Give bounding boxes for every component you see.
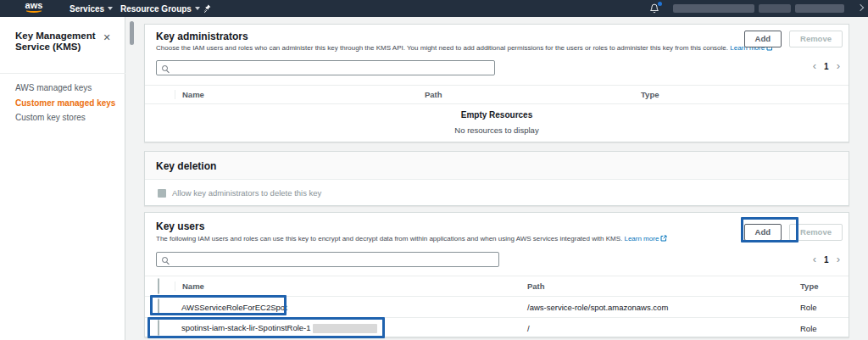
- allow-deletion-label: Allow key administrators to delete this …: [172, 188, 321, 198]
- search-input[interactable]: [156, 60, 495, 75]
- allow-deletion-checkbox[interactable]: [158, 189, 166, 198]
- key-administrators-table: Name Path Type: [145, 85, 849, 104]
- section-header-band: [145, 152, 849, 180]
- sidebar-item-custom-key-stores[interactable]: Custom key stores: [15, 113, 120, 122]
- row-checkbox-cell: [145, 299, 181, 315]
- close-icon[interactable]: ✕: [100, 31, 114, 44]
- description-text: The following IAM users and roles can us…: [156, 235, 622, 242]
- pin-icon[interactable]: [203, 0, 211, 17]
- key-users-table: Name Path Type AWSServiceRoleForEC2Spot …: [145, 276, 849, 339]
- redacted-name-suffix: [313, 324, 377, 333]
- search-icon: [162, 65, 168, 71]
- sidebar-title: Key Management Service (KMS): [15, 31, 100, 53]
- page-previous-icon[interactable]: ‹: [813, 254, 816, 265]
- kms-sidebar: Key Management Service (KMS) ✕ AWS manag…: [0, 17, 125, 340]
- account-info-redacted[interactable]: [673, 4, 844, 13]
- section-description: Choose the IAM users and roles who can a…: [156, 44, 817, 53]
- chevron-down-icon: [195, 7, 200, 10]
- key-deletion-section: Key deletion Allow key administrators to…: [144, 151, 849, 206]
- section-description: The following IAM users and roles can us…: [156, 235, 817, 243]
- column-header-type: Type: [641, 90, 849, 99]
- resource-groups-menu-label: Resource Groups: [120, 4, 192, 14]
- aws-logo-text: aws: [25, 0, 43, 10]
- aws-logo[interactable]: aws: [24, 1, 44, 13]
- table-header-row: Name Path Type: [145, 85, 849, 104]
- page-number[interactable]: 1: [824, 255, 829, 265]
- vertical-scrollbar-thumb[interactable]: [130, 21, 134, 45]
- resource-groups-menu[interactable]: Resource Groups: [120, 0, 200, 17]
- key-users-section: Key users The following IAM users and ro…: [144, 212, 849, 337]
- section-title: Key users: [156, 220, 204, 232]
- page-next-icon[interactable]: ›: [837, 61, 840, 71]
- cell-path: /: [527, 324, 800, 333]
- add-button[interactable]: Add: [744, 31, 782, 47]
- cell-name: spotinst-iam-stack-lir-SpotinstRole-1: [181, 323, 527, 333]
- notification-badge: [658, 2, 662, 6]
- page-previous-icon[interactable]: ‹: [813, 61, 816, 71]
- remove-button[interactable]: Remove: [789, 31, 843, 47]
- select-all-checkbox[interactable]: [158, 278, 159, 294]
- chevron-down-icon: [108, 7, 113, 10]
- section-title: Key administrators: [156, 31, 248, 42]
- redacted-block: [759, 4, 791, 13]
- row-checkbox[interactable]: [158, 298, 159, 315]
- learn-more-link[interactable]: Learn more: [624, 235, 659, 242]
- description-text: Choose the IAM users and roles who can a…: [156, 44, 728, 52]
- redacted-block: [673, 4, 754, 13]
- cell-path: /aws-service-role/spot.amazonaws.com: [527, 303, 800, 312]
- page-next-icon[interactable]: ›: [837, 254, 840, 265]
- cell-type: Role: [800, 303, 849, 312]
- column-header-path: Path: [425, 90, 641, 99]
- page-number[interactable]: 1: [824, 62, 829, 71]
- pagination: ‹ 1 ›: [813, 254, 840, 265]
- search-input[interactable]: [156, 252, 499, 267]
- table-header-row: Name Path Type: [145, 276, 849, 297]
- sidebar-divider: [0, 73, 125, 74]
- column-header-name: Name: [175, 281, 527, 291]
- top-navigation-bar: aws Services Resource Groups: [0, 0, 868, 17]
- services-menu[interactable]: Services: [70, 0, 113, 17]
- key-administrators-section: Key administrators Choose the IAM users …: [144, 24, 849, 142]
- cell-name: AWSServiceRoleForEC2Spot: [181, 303, 527, 312]
- column-header-type: Type: [800, 281, 849, 291]
- search-icon: [162, 257, 168, 263]
- empty-state: Empty Resources No resources to display: [145, 107, 849, 135]
- notifications-bell-icon[interactable]: [649, 3, 661, 14]
- services-menu-label: Services: [70, 4, 104, 14]
- row-checkbox-cell: [145, 320, 181, 336]
- sidebar-item-aws-managed-keys[interactable]: AWS managed keys: [15, 83, 120, 92]
- sidebar-item-customer-managed-keys[interactable]: Customer managed keys: [15, 98, 120, 108]
- column-header-path: Path: [527, 281, 800, 291]
- empty-state-subtitle: No resources to display: [145, 125, 849, 135]
- pagination: ‹ 1 ›: [813, 61, 840, 71]
- redacted-block: [795, 4, 844, 13]
- table-row[interactable]: AWSServiceRoleForEC2Spot /aws-service-ro…: [145, 297, 849, 318]
- add-button[interactable]: Add: [744, 224, 782, 241]
- column-header-name: Name: [175, 90, 425, 99]
- remove-button[interactable]: Remove: [789, 224, 843, 241]
- cell-type: Role: [800, 324, 849, 333]
- external-link-icon: [660, 235, 667, 243]
- chevron-down-icon: [857, 4, 864, 11]
- section-title: Key deletion: [156, 160, 216, 172]
- row-checkbox[interactable]: [158, 320, 159, 336]
- key-deletion-option-row: Allow key administrators to delete this …: [158, 188, 321, 198]
- table-row[interactable]: spotinst-iam-stack-lir-SpotinstRole-1 / …: [145, 318, 849, 339]
- empty-state-title: Empty Resources: [145, 110, 849, 120]
- cell-name-text: spotinst-iam-stack-lir-SpotinstRole-1: [181, 323, 311, 332]
